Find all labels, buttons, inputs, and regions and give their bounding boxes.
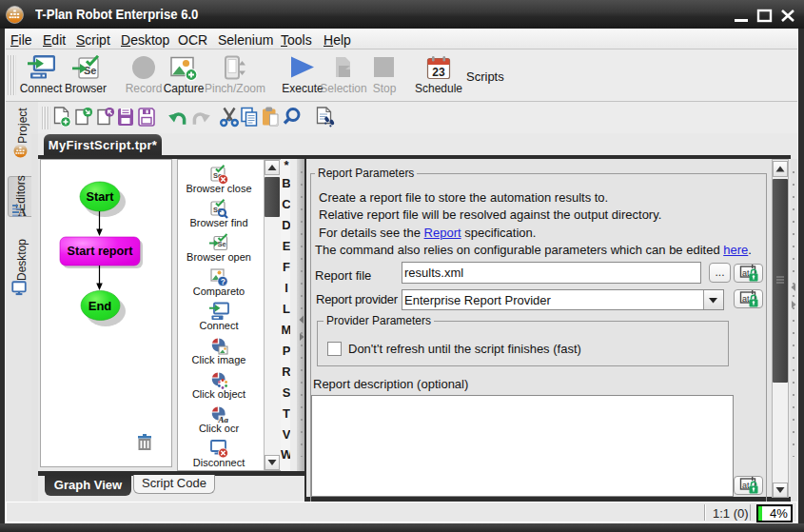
svg-text:Se: Se [84,65,96,76]
svg-text:at: at [742,268,750,278]
svg-text:23: 23 [432,66,445,79]
svg-text:Start: Start [87,189,115,204]
svg-text:Se: Se [218,240,226,248]
svg-text:at: at [742,294,750,304]
svg-text:at: at [742,481,750,490]
svg-text:A: A [18,206,27,217]
svg-text:End: End [88,299,112,313]
svg-text:Start report: Start report [68,244,134,258]
